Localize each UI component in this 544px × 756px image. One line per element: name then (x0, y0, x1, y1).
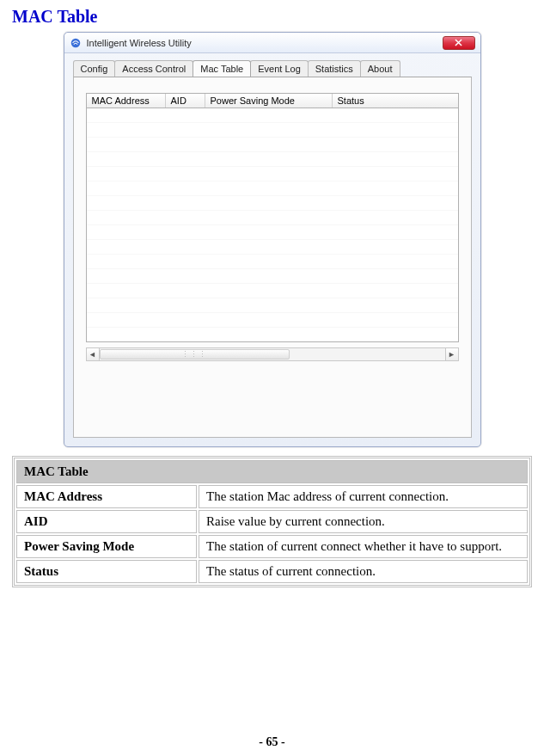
app-icon (70, 37, 82, 49)
list-body[interactable] (86, 108, 459, 342)
def-mac-address: The station Mac address of current conne… (199, 485, 528, 508)
def-psm: The station of current connect whether i… (199, 535, 528, 558)
scroll-thumb[interactable]: ⋮⋮⋮ (100, 349, 290, 360)
tab-access-control[interactable]: Access Control (114, 60, 193, 77)
column-header-aid[interactable]: AID (166, 94, 205, 108)
term-psm: Power Saving Mode (16, 535, 197, 558)
tab-event-log[interactable]: Event Log (250, 60, 309, 77)
tab-config[interactable]: Config (73, 60, 116, 77)
column-header-psm[interactable]: Power Saving Mode (205, 94, 333, 108)
scroll-right-icon[interactable]: ► (445, 347, 459, 361)
scroll-track[interactable]: ⋮⋮⋮ (100, 347, 445, 361)
tab-strip: Config Access Control Mac Table Event Lo… (64, 53, 480, 77)
scroll-left-icon[interactable]: ◄ (86, 347, 100, 361)
term-status: Status (16, 560, 197, 583)
column-header-status[interactable]: Status (333, 94, 458, 108)
titlebar: Intelligent Wireless Utility (64, 33, 480, 53)
screenshot-container: Intelligent Wireless Utility Config Acce… (0, 32, 544, 447)
tab-mac-table[interactable]: Mac Table (193, 60, 251, 77)
page-title: MAC Table (0, 0, 544, 32)
app-title: Intelligent Wireless Utility (87, 38, 443, 48)
close-icon (455, 38, 462, 48)
tab-about[interactable]: About (360, 60, 400, 77)
description-table-container: MAC Table MAC Address The station Mac ad… (0, 447, 544, 587)
term-mac-address: MAC Address (16, 485, 197, 508)
close-button[interactable] (443, 36, 475, 50)
table-row: AID Raise value by current connection. (16, 510, 528, 533)
def-aid: Raise value by current connection. (199, 510, 528, 533)
table-row: Status The status of current connection. (16, 560, 528, 583)
column-header-mac[interactable]: MAC Address (87, 94, 166, 108)
def-status: The status of current connection. (199, 560, 528, 583)
tab-panel: MAC Address AID Power Saving Mode Status… (73, 77, 472, 438)
tab-statistics[interactable]: Statistics (308, 60, 361, 77)
description-table: MAC Table MAC Address The station Mac ad… (12, 456, 532, 587)
list-header: MAC Address AID Power Saving Mode Status (86, 93, 459, 108)
section-header: MAC Table (16, 460, 528, 483)
horizontal-scrollbar[interactable]: ◄ ⋮⋮⋮ ► (86, 347, 459, 361)
app-window: Intelligent Wireless Utility Config Acce… (64, 32, 481, 447)
term-aid: AID (16, 510, 197, 533)
table-row: MAC Address The station Mac address of c… (16, 485, 528, 508)
table-row: Power Saving Mode The station of current… (16, 535, 528, 558)
page-number: - 65 - (0, 735, 544, 749)
